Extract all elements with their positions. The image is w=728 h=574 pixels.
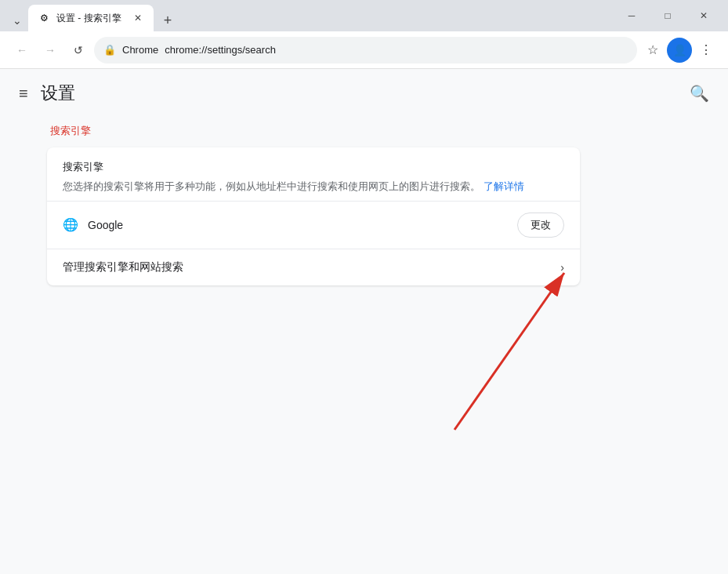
change-engine-button[interactable]: 更改 (517, 213, 564, 238)
active-tab[interactable]: ⚙ 设置 - 搜索引擎 ✕ (28, 5, 154, 31)
settings-main: ≡ 设置 🔍 搜索引擎 搜索引擎 您选择的搜索引擎将用于多种功能，例如从地址栏中… (0, 69, 728, 574)
profile-button[interactable]: 👤 (667, 38, 692, 63)
back-button[interactable]: ← (9, 38, 34, 63)
maximize-button[interactable]: □ (650, 0, 686, 31)
omnibox[interactable]: 🔒 Chrome chrome://settings/search (94, 37, 637, 64)
engine-name: Google (88, 219, 508, 231)
tab-title: 设置 - 搜索引擎 (56, 12, 125, 25)
settings-search-icon[interactable]: 🔍 (690, 84, 709, 103)
globe-icon: 🌐 (63, 217, 78, 233)
minimize-button[interactable]: ─ (614, 0, 650, 31)
close-button[interactable]: ✕ (686, 0, 722, 31)
titlebar: ⌄ ⚙ 设置 - 搜索引擎 ✕ + ─ □ ✕ (0, 0, 728, 31)
manage-search-arrow: › (560, 261, 564, 274)
settings-page-title: 设置 (41, 82, 75, 105)
card-header-title: 搜索引擎 (63, 160, 564, 174)
card-header-desc: 您选择的搜索引擎将用于多种功能，例如从地址栏中进行搜索和使用网页上的图片进行搜索… (63, 179, 564, 194)
hamburger-menu-icon[interactable]: ≡ (19, 85, 28, 103)
settings-content: 搜索引擎 搜索引擎 您选择的搜索引擎将用于多种功能，例如从地址栏中进行搜索和使用… (0, 118, 627, 292)
settings-header: ≡ 设置 🔍 (0, 69, 728, 118)
tab-favicon: ⚙ (38, 12, 50, 24)
address-bar: ← → ↺ 🔒 Chrome chrome://settings/search … (0, 31, 728, 69)
more-menu-button[interactable]: ⋮ (694, 38, 719, 63)
chrome-label: Chrome (122, 44, 158, 56)
tab-list-button[interactable]: ⌄ (6, 9, 28, 31)
window-controls: ─ □ ✕ (614, 0, 722, 31)
reload-button[interactable]: ↺ (66, 38, 91, 63)
tab-close-button[interactable]: ✕ (132, 12, 144, 24)
toolbar-right: ☆ 👤 ⋮ (640, 38, 719, 63)
google-engine-row: 🌐 Google 更改 (47, 201, 580, 249)
tab-bar: ⌄ ⚙ 设置 - 搜索引擎 ✕ + (6, 0, 614, 31)
new-tab-button[interactable]: + (157, 9, 179, 31)
search-engine-card: 搜索引擎 您选择的搜索引擎将用于多种功能，例如从地址栏中进行搜索和使用网页上的图… (47, 147, 580, 285)
bookmark-button[interactable]: ☆ (640, 38, 665, 63)
learn-more-link[interactable]: 了解详情 (484, 180, 524, 192)
manage-search-label: 管理搜索引擎和网站搜索 (63, 260, 551, 274)
card-header: 搜索引擎 您选择的搜索引擎将用于多种功能，例如从地址栏中进行搜索和使用网页上的图… (47, 147, 580, 201)
forward-button[interactable]: → (38, 38, 63, 63)
chrome-content: ≡ 设置 🔍 搜索引擎 搜索引擎 您选择的搜索引擎将用于多种功能，例如从地址栏中… (0, 69, 728, 574)
section-title: 搜索引擎 (47, 124, 580, 138)
manage-search-row[interactable]: 管理搜索引擎和网站搜索 › (47, 249, 580, 285)
lock-icon: 🔒 (103, 44, 116, 56)
url-display: chrome://settings/search (165, 44, 276, 56)
